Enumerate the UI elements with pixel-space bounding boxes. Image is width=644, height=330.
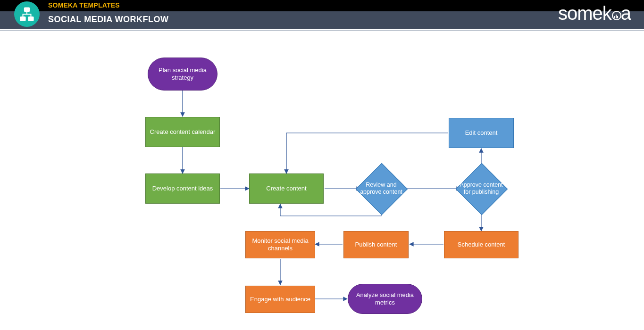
node-create-content[interactable]: Create content (249, 173, 324, 204)
svg-rect-0 (25, 8, 29, 11)
page-title: SOCIAL MEDIA WORKFLOW (48, 15, 168, 25)
node-approve-publishing[interactable]: Approve content for publishing (463, 171, 499, 206)
node-label: Schedule content (458, 241, 505, 248)
node-label: Analyze social media metrics (351, 291, 419, 307)
node-label: Engage with audience (250, 296, 310, 303)
someka-logo: somek a (558, 3, 631, 24)
node-create-calendar[interactable]: Create content calendar (145, 117, 220, 147)
svg-rect-1 (20, 17, 25, 21)
node-label: Monitor social media channels (249, 237, 312, 253)
node-plan-strategy[interactable]: Plan social media strategy (148, 58, 217, 91)
node-publish-content[interactable]: Publish content (343, 231, 409, 258)
flowchart-canvas: Plan social media strategy Create conten… (0, 31, 644, 330)
node-schedule-content[interactable]: Schedule content (444, 231, 519, 258)
node-label: Review and approve content (356, 182, 407, 196)
node-label: Create content (266, 185, 306, 192)
node-monitor-channels[interactable]: Monitor social media channels (245, 231, 315, 258)
node-review-approve[interactable]: Review and approve content (363, 171, 399, 206)
node-analyze-metrics[interactable]: Analyze social media metrics (348, 284, 422, 314)
svg-rect-2 (28, 17, 33, 21)
node-label: Edit content (465, 129, 498, 137)
node-label: Plan social media strategy (151, 66, 214, 82)
node-label: Approve content for publishing (456, 182, 507, 196)
brand-small-label: SOMEKA TEMPLATES (48, 1, 120, 9)
node-engage-audience[interactable]: Engage with audience (245, 286, 315, 313)
node-label: Create content calendar (150, 128, 216, 136)
page-root: SOMEKA TEMPLATES SOCIAL MEDIA WORKFLOW s… (0, 0, 644, 330)
logo-chart-icon (612, 11, 621, 20)
node-develop-ideas[interactable]: Develop content ideas (145, 173, 220, 204)
flowchart-icon (14, 1, 40, 27)
node-label: Develop content ideas (152, 185, 213, 192)
node-edit-content[interactable]: Edit content (449, 118, 514, 148)
node-label: Publish content (355, 241, 397, 248)
logo-text-left: somek (558, 3, 611, 24)
logo-text-right: a (621, 3, 631, 24)
